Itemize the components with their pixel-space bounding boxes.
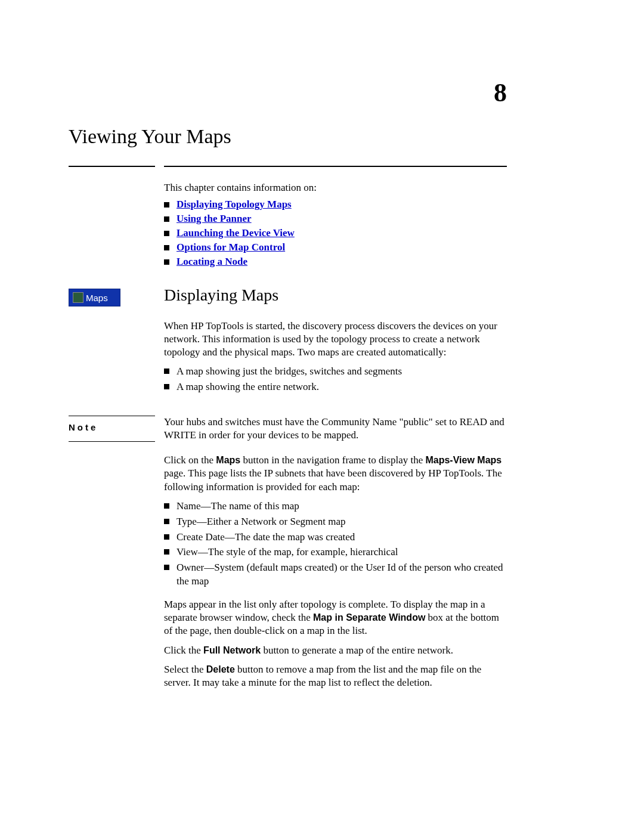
bullet-icon xyxy=(164,368,169,374)
intro-text: This chapter contains information on: xyxy=(164,182,507,194)
bullet-icon xyxy=(164,231,169,236)
toc-link-using-the-panner[interactable]: Using the Panner xyxy=(177,213,252,225)
maps-button-label: Maps xyxy=(86,293,108,303)
sidebar-intro xyxy=(69,182,155,286)
list-item: Create Date—The date the map was created xyxy=(177,531,355,544)
list-item: Type—Either a Network or Segment map xyxy=(177,515,345,529)
para-discovery: When HP TopTools is started, the discove… xyxy=(164,320,507,359)
list-item: Owner—System (default maps created) or t… xyxy=(177,561,507,589)
para-separate-window: Maps appear in the list only after topol… xyxy=(164,598,507,637)
list-item: A map showing the entire network. xyxy=(177,380,319,394)
bullet-icon xyxy=(164,519,169,524)
bullet-icon xyxy=(164,503,169,509)
list-item: View—The style of the map, for example, … xyxy=(177,546,398,559)
toc-link-displaying-topology-maps[interactable]: Displaying Topology Maps xyxy=(177,199,292,210)
bullet-icon xyxy=(164,384,169,389)
maps-icon xyxy=(73,292,83,303)
maps-created-list: A map showing just the bridges, switches… xyxy=(164,365,507,394)
note-text: Your hubs and switches must have the Com… xyxy=(164,416,507,442)
toc-link-list: Displaying Topology Maps Using the Panne… xyxy=(164,199,507,268)
chapter-title: Viewing Your Maps xyxy=(69,125,507,148)
toc-link-locating-a-node[interactable]: Locating a Node xyxy=(177,256,247,268)
bullet-icon xyxy=(164,549,169,555)
bullet-icon xyxy=(164,245,169,250)
bullet-icon xyxy=(164,259,169,265)
list-item: A map showing just the bridges, switches… xyxy=(177,365,402,379)
bullet-icon xyxy=(164,534,169,540)
toc-link-options-map-control[interactable]: Options for Map Control xyxy=(177,241,285,253)
para-delete: Select the Delete button to remove a map… xyxy=(164,663,507,689)
note-sidebar: Note xyxy=(69,416,155,442)
para-full-network: Click the Full Network button to generat… xyxy=(164,644,507,657)
divider-row xyxy=(69,166,507,167)
note-label: Note xyxy=(69,422,98,432)
para-maps-button: Click on the Maps button in the navigati… xyxy=(164,454,507,493)
list-item: Name—The name of this map xyxy=(177,500,299,513)
map-info-list: Name—The name of this map Type—Either a … xyxy=(164,500,507,589)
bullet-icon xyxy=(164,216,169,222)
toc-link-launching-device-view[interactable]: Launching the Device View xyxy=(177,227,295,239)
chapter-number: 8 xyxy=(494,78,507,108)
bullet-icon xyxy=(164,565,169,570)
bullet-icon xyxy=(164,202,169,208)
maps-button[interactable]: Maps xyxy=(69,289,120,306)
section-title-displaying-maps: Displaying Maps xyxy=(164,286,507,305)
